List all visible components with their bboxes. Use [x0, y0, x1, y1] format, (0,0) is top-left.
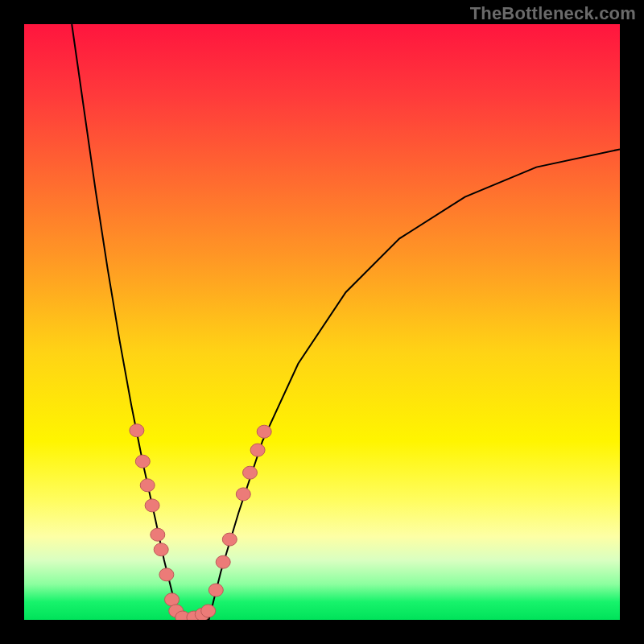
data-dots: [130, 424, 271, 620]
data-dot: [243, 466, 258, 479]
data-dot: [140, 479, 155, 492]
data-dot: [145, 499, 159, 512]
data-dot: [201, 605, 216, 617]
data-dot: [257, 425, 271, 438]
data-dot: [154, 543, 168, 556]
data-dot: [159, 568, 174, 581]
watermark-text: TheBottleneck.com: [470, 3, 636, 24]
data-dot: [236, 488, 250, 501]
data-dot: [165, 593, 180, 606]
data-dot: [208, 584, 223, 597]
data-dot: [135, 455, 150, 468]
data-dot: [151, 528, 165, 541]
data-dot: [222, 533, 237, 546]
data-dot: [130, 424, 144, 437]
data-dot: [250, 444, 265, 456]
data-dot: [216, 555, 230, 568]
chart-stage: TheBottleneck.com: [0, 0, 644, 644]
curve-layer: [24, 24, 620, 620]
